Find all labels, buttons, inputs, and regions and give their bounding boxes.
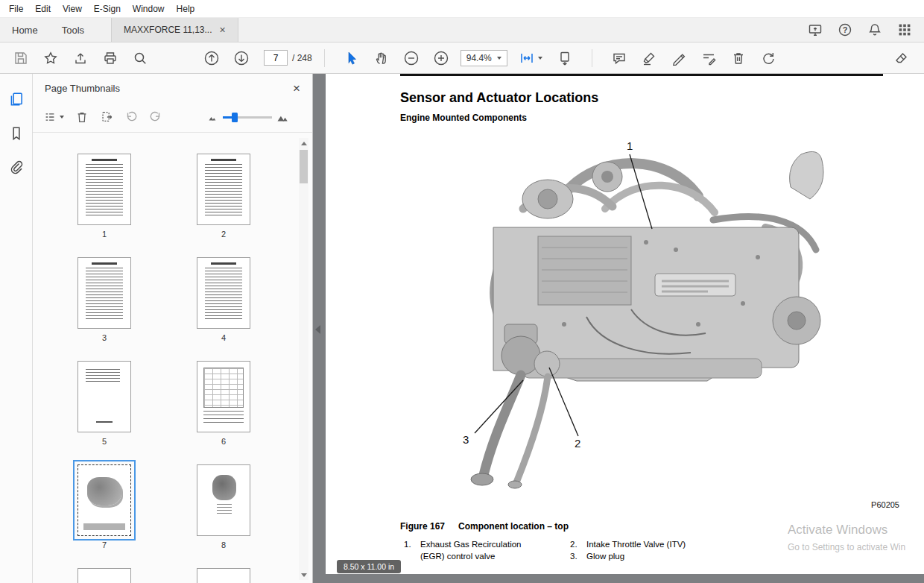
page-thumbnail[interactable] [77, 361, 131, 432]
find-button[interactable] [125, 46, 155, 70]
page-size-badge: 8.50 x 11.00 in [337, 560, 401, 573]
page-thumbnails-icon [8, 91, 25, 107]
thumbnail-options-button[interactable] [43, 110, 64, 124]
callout-2: 2 [575, 437, 580, 450]
page-thumbnail[interactable] [197, 464, 250, 536]
scroll-up-arrow[interactable] [299, 138, 308, 148]
tab-home[interactable]: Home [0, 18, 50, 42]
extract-pages-button[interactable] [100, 110, 113, 124]
delete-page-button[interactable] [75, 110, 89, 124]
delete-pages-button[interactable] [724, 46, 753, 70]
menu-edit[interactable]: Edit [29, 4, 57, 14]
page-down-icon [233, 50, 250, 66]
thumbnail-page-5[interactable]: 5 [45, 361, 164, 464]
eraser-tool-button[interactable] [887, 46, 917, 70]
figure-legend: 1. Exhaust Gas Recirculation (EGR) contr… [404, 539, 686, 562]
highlight-button[interactable] [634, 46, 664, 70]
page-scrolling-button[interactable] [550, 46, 580, 70]
page-thumbnail[interactable] [197, 361, 250, 432]
legend-text: Intake Throttle Valve (ITV) [586, 539, 686, 551]
thumbnail-page-8[interactable]: 8 [164, 464, 283, 568]
toolbar-divider [324, 49, 325, 67]
main-toolbar: / 248 94.4% [0, 42, 924, 74]
apps-grid-icon[interactable] [897, 22, 912, 37]
slider-knob[interactable] [232, 113, 238, 122]
page-thumbnail[interactable] [197, 154, 250, 225]
eraser-icon [894, 51, 909, 66]
page-thumbnail[interactable] [197, 257, 250, 329]
star-icon [43, 51, 58, 66]
notifications-bell-icon[interactable] [867, 22, 882, 37]
thumbnails-panel-button[interactable] [1, 84, 31, 114]
menu-help[interactable]: Help [171, 4, 201, 14]
print-button[interactable] [95, 46, 125, 70]
comment-button[interactable] [604, 46, 634, 70]
thumbnails-panel: Page Thumbnails × [33, 74, 313, 583]
attachments-panel-button[interactable] [1, 153, 31, 183]
help-icon[interactable]: ? [838, 22, 852, 37]
figure-caption: Figure 167Component location – top [400, 521, 569, 532]
thumbnail-row: 3 4 [45, 257, 312, 361]
next-page-button[interactable] [227, 46, 256, 70]
redo-button[interactable] [149, 110, 162, 124]
thumbnail-page-7[interactable]: 7 [45, 464, 164, 568]
sign-button[interactable] [664, 46, 694, 70]
zoom-in-button[interactable] [426, 46, 456, 70]
menu-window[interactable]: Window [127, 4, 171, 14]
menu-esign[interactable]: E-Sign [88, 4, 127, 14]
scroll-down-arrow[interactable] [299, 570, 308, 580]
thumbnail-page-1[interactable]: 1 [45, 154, 164, 257]
previous-page-button[interactable] [197, 46, 227, 70]
thumbnail-page-6[interactable]: 6 [164, 361, 283, 464]
zoom-level-dropdown[interactable]: 94.4% [461, 50, 507, 66]
thumbnail-page-4[interactable]: 4 [164, 257, 283, 361]
tab-tools[interactable]: Tools [50, 18, 96, 42]
share-button[interactable] [66, 46, 95, 70]
page-number-input[interactable] [264, 50, 288, 66]
thumbnail-row [45, 568, 312, 583]
page-thumbnail-selected[interactable] [77, 464, 131, 536]
figure-caption-text: Component location – top [458, 521, 569, 532]
fit-width-dropdown[interactable] [519, 51, 542, 66]
star-button[interactable] [36, 46, 66, 70]
share-screen-icon[interactable] [808, 22, 823, 37]
hand-tool-button[interactable] [367, 46, 396, 70]
small-thumbnails-icon[interactable] [208, 112, 218, 122]
select-tool-button[interactable] [337, 46, 367, 70]
thumbnail-row: 1 2 [45, 154, 312, 257]
page-thumbnail[interactable] [197, 568, 250, 583]
thumbnail-size-slider[interactable] [223, 112, 272, 123]
save-button[interactable] [6, 46, 36, 70]
bookmarks-panel-button[interactable] [1, 119, 31, 148]
page-thumbnail[interactable] [77, 257, 131, 329]
comment-icon [612, 51, 627, 66]
thumbnail-page-10[interactable] [164, 568, 283, 583]
thumbnail-page-3[interactable]: 3 [45, 257, 164, 361]
legend-number: 1. [404, 539, 420, 562]
highlighter-icon [642, 51, 656, 66]
toolbar-divider [592, 49, 592, 67]
watermark-title: Activate Windows [788, 523, 905, 538]
collapse-panel-handle[interactable] [313, 320, 322, 339]
menu-view[interactable]: View [57, 4, 88, 14]
chevron-down-icon [497, 57, 501, 60]
panel-scrollbar[interactable] [299, 138, 308, 580]
tab-document[interactable]: MAXXFORCE 11,13... × [111, 18, 238, 42]
thumbnail-page-2[interactable]: 2 [164, 154, 283, 257]
rotate-pages-button[interactable] [753, 46, 783, 70]
thumbnail-number: 2 [221, 230, 226, 239]
fill-and-sign-button[interactable] [694, 46, 724, 70]
zoom-out-button[interactable] [396, 46, 426, 70]
thumbnail-page-9[interactable] [45, 568, 164, 583]
activate-windows-watermark: Activate Windows Go to Settings to activ… [788, 523, 905, 552]
large-thumbnails-icon[interactable] [276, 110, 290, 124]
page-header-rule [400, 74, 883, 76]
close-tab-icon[interactable]: × [220, 25, 226, 35]
menu-file[interactable]: File [3, 4, 29, 14]
page-thumbnail[interactable] [77, 568, 131, 583]
scrollbar-thumb[interactable] [300, 150, 308, 183]
undo-button[interactable] [124, 110, 138, 124]
legend-item-3: 3. Glow plug [570, 551, 686, 563]
page-thumbnail[interactable] [77, 154, 131, 225]
close-panel-icon[interactable]: × [293, 82, 300, 95]
